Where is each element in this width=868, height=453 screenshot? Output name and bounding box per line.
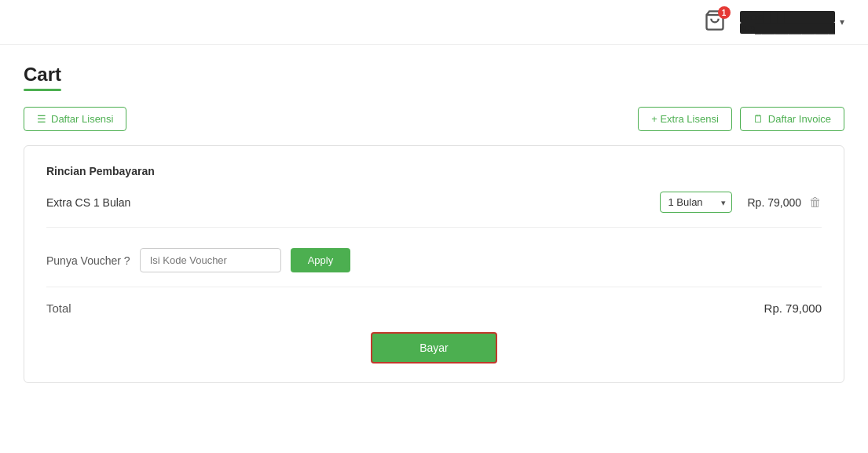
extra-lisensi-label: + Extra Lisensi	[651, 113, 719, 125]
user-dropdown-arrow[interactable]: ▾	[840, 16, 844, 27]
period-select[interactable]: 1 Bulan 3 Bulan 6 Bulan 12 Bulan	[660, 192, 732, 213]
apply-button[interactable]: Apply	[291, 248, 351, 272]
action-bar: ☰ Daftar Lisensi + Extra Lisensi 🗒 Dafta…	[24, 107, 844, 131]
total-amount: Rp. 79,000	[764, 301, 822, 315]
item-name: Extra CS 1 Bulan	[46, 196, 130, 209]
item-right: 1 Bulan 3 Bulan 6 Bulan 12 Bulan ▾ Rp. 7…	[660, 192, 822, 213]
cart-badge: 1	[718, 6, 731, 19]
user-info: kaos████ sup████████████	[740, 11, 835, 34]
item-price-wrap: Rp. 79,000 🗑	[748, 195, 822, 210]
user-email: sup████████████	[740, 23, 835, 34]
user-name: kaos████	[740, 11, 835, 23]
cart-icon[interactable]: 1	[704, 9, 726, 35]
period-select-wrap: 1 Bulan 3 Bulan 6 Bulan 12 Bulan ▾	[660, 192, 732, 213]
list-icon: ☰	[37, 113, 46, 125]
total-row: Total Rp. 79,000	[46, 301, 822, 315]
pay-button[interactable]: Bayar	[371, 332, 497, 363]
main-content: Cart ☰ Daftar Lisensi + Extra Lisensi 🗒 …	[0, 45, 868, 402]
title-underline	[24, 89, 61, 91]
action-right: + Extra Lisensi 🗒 Daftar Invoice	[638, 107, 844, 131]
cart-card: Rincian Pembayaran Extra CS 1 Bulan 1 Bu…	[24, 145, 844, 383]
page-title: Cart	[24, 64, 844, 86]
daftar-lisensi-button[interactable]: ☰ Daftar Lisensi	[24, 107, 126, 131]
daftar-invoice-button[interactable]: 🗒 Daftar Invoice	[740, 107, 844, 131]
header: 1 kaos████ sup████████████ ▾	[0, 0, 868, 45]
pay-wrap: Bayar	[46, 332, 822, 363]
delete-icon[interactable]: 🗑	[809, 195, 822, 210]
invoice-icon: 🗒	[753, 113, 764, 125]
voucher-input[interactable]	[140, 248, 281, 272]
extra-lisensi-button[interactable]: + Extra Lisensi	[638, 107, 732, 131]
voucher-label: Punya Voucher ?	[46, 254, 130, 267]
daftar-lisensi-label: Daftar Lisensi	[51, 113, 113, 125]
voucher-row: Punya Voucher ? Apply	[46, 242, 822, 287]
section-title: Rincian Pembayaran	[46, 165, 822, 177]
total-label: Total	[46, 301, 71, 315]
item-price: Rp. 79,000	[748, 196, 802, 209]
daftar-invoice-label: Daftar Invoice	[768, 113, 831, 125]
item-row: Extra CS 1 Bulan 1 Bulan 3 Bulan 6 Bulan…	[46, 192, 822, 228]
